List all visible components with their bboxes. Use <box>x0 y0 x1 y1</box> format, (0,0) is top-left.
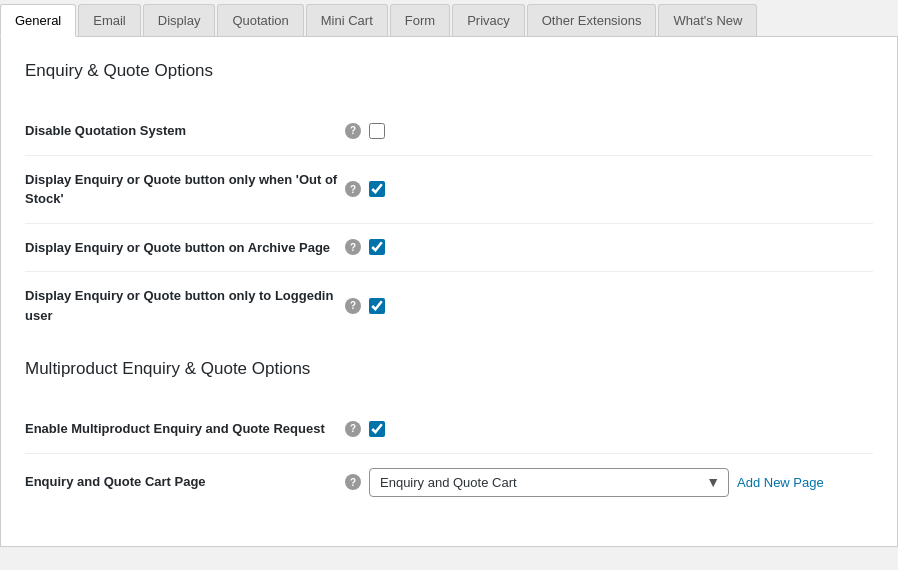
section2-title: Multiproduct Enquiry & Quote Options <box>25 359 873 387</box>
s2-help-icon-0[interactable]: ? <box>345 421 361 437</box>
section1-title: Enquiry & Quote Options <box>25 61 873 89</box>
option-control-2: ? <box>345 239 873 255</box>
cart-page-select[interactable]: Enquiry and Quote Cart <box>370 469 698 496</box>
option-row: Display Enquiry or Quote button on Archi… <box>25 223 873 272</box>
checkbox-wrap-0 <box>369 123 385 139</box>
select-label-text: Enquiry and Quote Cart Page <box>25 474 206 489</box>
help-icon-1[interactable]: ? <box>345 181 361 197</box>
s2-checkbox-0[interactable] <box>369 421 385 437</box>
select-wrapper: Enquiry and Quote Cart ▼ <box>369 468 729 497</box>
option-control-1: ? <box>345 181 873 197</box>
section1-block: Enquiry & Quote Options Disable Quotatio… <box>25 61 873 339</box>
tab-quotation[interactable]: Quotation <box>217 4 303 36</box>
tab-email[interactable]: Email <box>78 4 141 36</box>
option-control-0: ? <box>345 123 873 139</box>
content-area: Enquiry & Quote Options Disable Quotatio… <box>0 37 898 547</box>
add-new-page-link[interactable]: Add New Page <box>737 475 824 490</box>
option-label-3: Display Enquiry or Quote button only to … <box>25 286 345 325</box>
s2-checkbox-wrap-0 <box>369 421 385 437</box>
tab-general[interactable]: General <box>0 4 76 37</box>
s2-option-row-0: Enable Multiproduct Enquiry and Quote Re… <box>25 405 873 453</box>
tab-whats-new[interactable]: What's New <box>658 4 757 36</box>
option-label-0: Disable Quotation System <box>25 121 345 141</box>
option-row: Disable Quotation System ? <box>25 107 873 155</box>
chevron-down-icon: ▼ <box>698 474 728 490</box>
help-icon-3[interactable]: ? <box>345 298 361 314</box>
checkbox-2[interactable] <box>369 239 385 255</box>
checkbox-wrap-3 <box>369 298 385 314</box>
tab-privacy[interactable]: Privacy <box>452 4 525 36</box>
tab-other-extensions[interactable]: Other Extensions <box>527 4 657 36</box>
select-control: ? Enquiry and Quote Cart ▼ Add New Page <box>345 468 873 497</box>
tab-display[interactable]: Display <box>143 4 216 36</box>
option-control-3: ? <box>345 298 873 314</box>
checkbox-wrap-2 <box>369 239 385 255</box>
help-icon-0[interactable]: ? <box>345 123 361 139</box>
option-label-2: Display Enquiry or Quote button on Archi… <box>25 238 345 258</box>
checkbox-0[interactable] <box>369 123 385 139</box>
option-label-1: Display Enquiry or Quote button only whe… <box>25 170 345 209</box>
select-row: Enquiry and Quote Cart Page ? Enquiry an… <box>25 453 873 511</box>
checkbox-wrap-1 <box>369 181 385 197</box>
section2-options: Enable Multiproduct Enquiry and Quote Re… <box>25 405 873 453</box>
section1-options: Disable Quotation System ? Display Enqui… <box>25 107 873 339</box>
section2-block: Multiproduct Enquiry & Quote Options Ena… <box>25 359 873 511</box>
tab-mini-cart[interactable]: Mini Cart <box>306 4 388 36</box>
select-label: Enquiry and Quote Cart Page <box>25 472 345 492</box>
help-icon-2[interactable]: ? <box>345 239 361 255</box>
s2-option-label-0: Enable Multiproduct Enquiry and Quote Re… <box>25 419 345 439</box>
tab-form[interactable]: Form <box>390 4 450 36</box>
checkbox-3[interactable] <box>369 298 385 314</box>
checkbox-1[interactable] <box>369 181 385 197</box>
tabs-bar: GeneralEmailDisplayQuotationMini CartFor… <box>0 0 898 37</box>
option-row: Display Enquiry or Quote button only whe… <box>25 155 873 223</box>
option-row: Display Enquiry or Quote button only to … <box>25 271 873 339</box>
select-help-icon[interactable]: ? <box>345 474 361 490</box>
s2-option-control-0: ? <box>345 421 873 437</box>
